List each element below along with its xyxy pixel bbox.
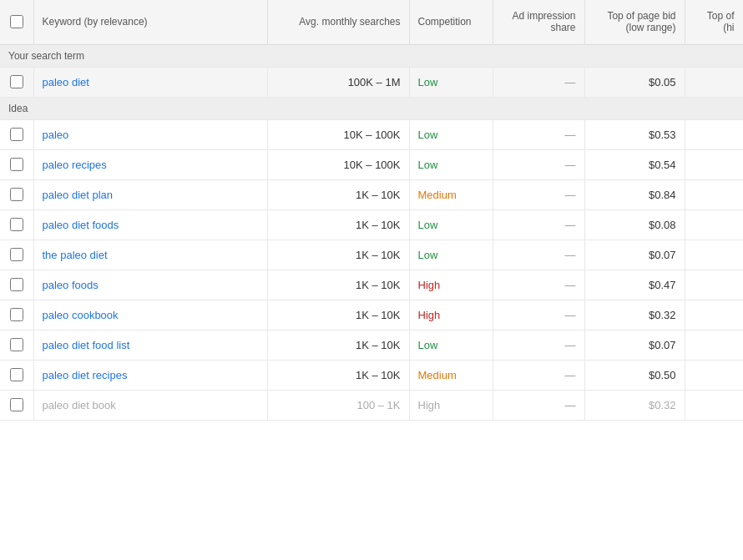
- competition-value: Low: [418, 159, 438, 171]
- table-row: paleo diet food list 1K – 10K Low — $0.0…: [0, 330, 743, 360]
- keyword-cell: paleo diet recipes: [33, 360, 267, 390]
- row-checkbox[interactable]: [10, 338, 23, 351]
- keyword-link[interactable]: paleo diet food list: [43, 339, 130, 351]
- avg-monthly-cell: 1K – 10K: [267, 209, 409, 240]
- header-keyword: Keyword (by relevance): [33, 0, 267, 44]
- row-checkbox-cell[interactable]: [0, 360, 33, 390]
- header-top-bid-low-label: Top of page bid (low range): [607, 10, 675, 33]
- keyword-cell: paleo diet plan: [33, 179, 267, 209]
- keyword-link[interactable]: paleo diet recipes: [43, 369, 128, 381]
- competition-value: High: [418, 399, 441, 411]
- row-checkbox-cell[interactable]: [0, 149, 33, 179]
- row-checkbox-cell[interactable]: [0, 270, 33, 300]
- row-checkbox-cell[interactable]: [0, 209, 33, 240]
- keyword-link[interactable]: the paleo diet: [43, 249, 108, 261]
- header-top-bid-high-label: Top of (hi: [707, 10, 735, 33]
- keyword-link[interactable]: paleo recipes: [43, 159, 107, 171]
- row-checkbox-cell[interactable]: [0, 179, 33, 209]
- row-checkbox[interactable]: [10, 218, 23, 231]
- keyword-link[interactable]: paleo diet plan: [43, 189, 114, 201]
- keyword-cell: paleo diet: [33, 67, 267, 97]
- table-row: paleo diet foods 1K – 10K Low — $0.08: [0, 209, 743, 240]
- keyword-cell: paleo: [33, 119, 267, 149]
- top-bid-low-cell: $0.47: [584, 270, 685, 300]
- top-bid-high-cell: [685, 300, 743, 330]
- avg-monthly-cell: 100K – 1M: [267, 67, 409, 97]
- competition-cell: Low: [409, 119, 493, 149]
- ad-impression-cell: —: [493, 209, 584, 240]
- ad-impression-cell: —: [493, 67, 584, 97]
- table-row: paleo recipes 10K – 100K Low — $0.54: [0, 149, 743, 179]
- ad-impression-cell: —: [493, 360, 584, 390]
- competition-value: High: [418, 309, 441, 321]
- top-bid-high-cell: [685, 330, 743, 360]
- keyword-cell: paleo cookbook: [33, 300, 267, 330]
- keyword-link[interactable]: paleo diet foods: [43, 219, 119, 231]
- top-bid-low-cell: $0.32: [584, 300, 685, 330]
- top-bid-high-cell: [685, 390, 743, 420]
- keyword-link[interactable]: paleo foods: [43, 279, 99, 291]
- competition-cell: Low: [409, 240, 493, 270]
- competition-cell: High: [409, 390, 493, 420]
- avg-monthly-cell: 100 – 1K: [267, 390, 409, 420]
- top-bid-high-cell: [685, 149, 743, 179]
- header-competition-label: Competition: [418, 16, 472, 28]
- top-bid-high-cell: [685, 119, 743, 149]
- row-checkbox[interactable]: [10, 278, 23, 291]
- top-bid-low-cell: $0.53: [584, 119, 685, 149]
- ad-impression-cell: —: [493, 179, 584, 209]
- keyword-link[interactable]: paleo cookbook: [43, 309, 119, 321]
- keyword-link[interactable]: paleo: [43, 129, 69, 141]
- top-bid-low-cell: $0.32: [584, 390, 685, 420]
- row-checkbox-cell[interactable]: [0, 300, 33, 330]
- competition-cell: High: [409, 300, 493, 330]
- row-checkbox-cell[interactable]: [0, 240, 33, 270]
- row-checkbox[interactable]: [10, 248, 23, 261]
- top-bid-low-cell: $0.54: [584, 149, 685, 179]
- header-ad-impression-label: Ad impression share: [512, 10, 575, 33]
- header-competition: Competition: [409, 0, 493, 44]
- avg-monthly-cell: 1K – 10K: [267, 179, 409, 209]
- header-top-bid-high: Top of (hi: [685, 0, 743, 44]
- keyword-link[interactable]: paleo diet: [43, 76, 89, 88]
- ad-impression-cell: —: [493, 119, 584, 149]
- search-term-section-label: Your search term: [0, 44, 743, 67]
- row-checkbox[interactable]: [10, 368, 23, 381]
- competition-cell: Medium: [409, 179, 493, 209]
- select-all-checkbox[interactable]: [10, 15, 23, 28]
- keyword-cell: the paleo diet: [33, 240, 267, 270]
- keyword-link[interactable]: paleo diet book: [43, 399, 116, 411]
- row-checkbox[interactable]: [10, 75, 23, 88]
- row-checkbox-cell[interactable]: [0, 119, 33, 149]
- header-top-bid-low: Top of page bid (low range): [584, 0, 685, 44]
- row-checkbox-cell[interactable]: [0, 330, 33, 360]
- table-row: paleo diet book 100 – 1K High — $0.32: [0, 390, 743, 420]
- ad-impression-cell: —: [493, 390, 584, 420]
- header-checkbox-cell[interactable]: [0, 0, 33, 44]
- row-checkbox[interactable]: [10, 398, 23, 411]
- top-bid-high-cell: [685, 240, 743, 270]
- competition-cell: Low: [409, 330, 493, 360]
- ad-impression-cell: —: [493, 330, 584, 360]
- top-bid-low-cell: $0.50: [584, 360, 685, 390]
- keyword-cell: paleo foods: [33, 270, 267, 300]
- keyword-table-wrapper: Keyword (by relevance) Avg. monthly sear…: [0, 0, 743, 421]
- top-bid-low-cell: $0.08: [584, 209, 685, 240]
- top-bid-high-cell: [685, 270, 743, 300]
- competition-value: Medium: [418, 189, 457, 201]
- avg-monthly-cell: 1K – 10K: [267, 360, 409, 390]
- row-checkbox[interactable]: [10, 158, 23, 171]
- table-body: Your search term paleo diet 100K – 1M Lo…: [0, 44, 743, 420]
- competition-value: Low: [418, 129, 438, 141]
- avg-monthly-cell: 1K – 10K: [267, 240, 409, 270]
- row-checkbox-cell[interactable]: [0, 67, 33, 97]
- avg-monthly-cell: 1K – 10K: [267, 330, 409, 360]
- row-checkbox[interactable]: [10, 308, 23, 321]
- row-checkbox[interactable]: [10, 128, 23, 141]
- top-bid-high-cell: [685, 360, 743, 390]
- row-checkbox-cell[interactable]: [0, 390, 33, 420]
- top-bid-low-cell: $0.07: [584, 330, 685, 360]
- row-checkbox[interactable]: [10, 188, 23, 201]
- table-row: paleo diet plan 1K – 10K Medium — $0.84: [0, 179, 743, 209]
- table-row: paleo diet recipes 1K – 10K Medium — $0.…: [0, 360, 743, 390]
